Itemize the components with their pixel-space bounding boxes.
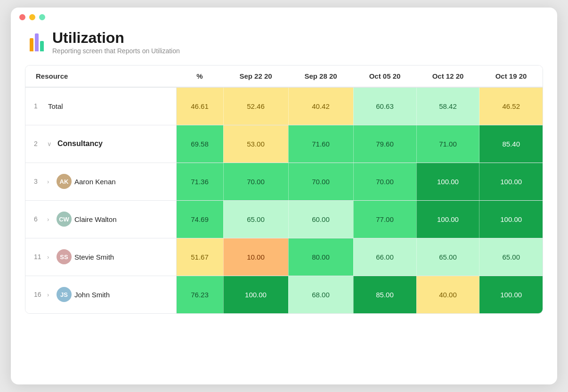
- col-sep2220: Sep 22 20: [223, 65, 288, 87]
- avatar: JS: [57, 287, 72, 302]
- pct-cell: 71.36: [176, 163, 223, 200]
- data-cell: 58.42: [416, 87, 479, 125]
- resource-name: John Smith: [74, 291, 110, 299]
- data-cell: 70.00: [288, 163, 353, 200]
- row-chevron[interactable]: ›: [47, 216, 55, 223]
- table-row: 1Total46.6152.4640.4260.6358.4246.52: [25, 87, 543, 125]
- pct-cell: 46.61: [176, 87, 223, 125]
- data-cell: 71.00: [416, 125, 479, 163]
- data-cell: 100.00: [479, 276, 543, 313]
- close-dot[interactable]: [19, 14, 25, 20]
- pct-cell: 76.23: [176, 276, 223, 313]
- data-cell: 71.60: [288, 125, 353, 163]
- data-cell: 52.46: [223, 87, 288, 125]
- titlebar: [11, 8, 557, 25]
- row-chevron[interactable]: ›: [47, 178, 55, 185]
- data-cell: 53.00: [223, 125, 288, 163]
- resource-cell: 3›AKAaron Kenan: [25, 163, 176, 200]
- avatar: AK: [57, 174, 72, 189]
- col-oct0520: Oct 05 20: [353, 65, 416, 87]
- table-row: 11›SSStevie Smith51.6710.0080.0066.0065.…: [25, 238, 543, 276]
- row-chevron[interactable]: ›: [47, 253, 55, 261]
- avatar: CW: [57, 212, 72, 227]
- row-number: 3: [34, 178, 45, 185]
- data-cell: 85.40: [479, 125, 543, 163]
- data-cell: 70.00: [353, 163, 416, 200]
- data-cell: 65.00: [223, 200, 288, 238]
- row-chevron[interactable]: ›: [47, 291, 55, 298]
- data-cell: 85.00: [353, 276, 416, 313]
- table-row: 6›CWClaire Walton74.6965.0060.0077.00100…: [25, 200, 543, 238]
- pct-cell: 69.58: [176, 125, 223, 163]
- main-window: Utilization Reporting screen that Report…: [11, 8, 557, 384]
- resource-cell: 1Total: [25, 87, 176, 125]
- data-cell: 100.00: [223, 276, 288, 313]
- col-pct: %: [176, 65, 223, 87]
- col-resource: Resource: [25, 65, 176, 87]
- col-oct1920: Oct 19 20: [479, 65, 543, 87]
- col-sep2820: Sep 28 20: [288, 65, 353, 87]
- pct-cell: 74.69: [176, 200, 223, 238]
- row-number: 2: [34, 140, 45, 147]
- row-chevron[interactable]: ∨: [47, 140, 55, 147]
- data-cell: 10.00: [223, 238, 288, 276]
- resource-name: Total: [48, 102, 63, 110]
- data-cell: 80.00: [288, 238, 353, 276]
- resource-cell: 16›JSJohn Smith: [25, 276, 176, 313]
- data-cell: 66.00: [353, 238, 416, 276]
- row-number: 11: [34, 253, 45, 261]
- table-header-row: Resource % Sep 22 20 Sep 28 20 Oct 05 20…: [25, 65, 543, 87]
- resource-cell: 11›SSStevie Smith: [25, 238, 176, 276]
- data-cell: 60.63: [353, 87, 416, 125]
- data-cell: 100.00: [479, 163, 543, 200]
- row-number: 1: [34, 102, 45, 110]
- data-cell: 100.00: [416, 163, 479, 200]
- avatar: SS: [57, 249, 72, 264]
- data-cell: 65.00: [416, 238, 479, 276]
- utilization-table: Resource % Sep 22 20 Sep 28 20 Oct 05 20…: [25, 65, 543, 313]
- data-cell: 68.00: [288, 276, 353, 313]
- data-cell: 100.00: [479, 200, 543, 238]
- resource-name: Stevie Smith: [74, 253, 114, 261]
- table-row: 3›AKAaron Kenan71.3670.0070.0070.00100.0…: [25, 163, 543, 200]
- col-oct1220: Oct 12 20: [416, 65, 479, 87]
- data-cell: 79.60: [353, 125, 416, 163]
- utilization-table-wrap: Resource % Sep 22 20 Sep 28 20 Oct 05 20…: [25, 65, 543, 314]
- pct-cell: 51.67: [176, 238, 223, 276]
- page-header: Utilization Reporting screen that Report…: [11, 25, 557, 55]
- resource-cell: 2∨Consultancy: [25, 125, 176, 163]
- resource-name: Aaron Kenan: [74, 178, 116, 186]
- page-subtitle: Reporting screen that Reports on Utiliza…: [52, 47, 180, 55]
- row-number: 6: [34, 215, 45, 223]
- data-cell: 65.00: [479, 238, 543, 276]
- resource-name: Consultancy: [57, 139, 103, 148]
- row-number: 16: [34, 291, 45, 298]
- table-row: 2∨Consultancy69.5853.0071.6079.6071.0085…: [25, 125, 543, 163]
- page-title: Utilization: [52, 30, 180, 46]
- data-cell: 40.00: [416, 276, 479, 313]
- data-cell: 100.00: [416, 200, 479, 238]
- resource-cell: 6›CWClaire Walton: [25, 200, 176, 238]
- minimize-dot[interactable]: [29, 14, 35, 20]
- data-cell: 40.42: [288, 87, 353, 125]
- resource-name: Claire Walton: [74, 215, 116, 223]
- table-row: 16›JSJohn Smith76.23100.0068.0085.0040.0…: [25, 276, 543, 313]
- data-cell: 70.00: [223, 163, 288, 200]
- maximize-dot[interactable]: [39, 14, 45, 20]
- header-text: Utilization Reporting screen that Report…: [52, 30, 180, 55]
- data-cell: 60.00: [288, 200, 353, 238]
- utilization-icon: [30, 33, 44, 51]
- data-cell: 46.52: [479, 87, 543, 125]
- data-cell: 77.00: [353, 200, 416, 238]
